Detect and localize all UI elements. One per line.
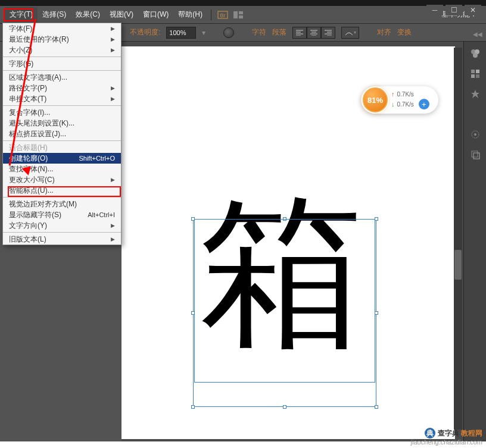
menu-optical-margin[interactable]: 视觉边距对齐方式(M): [3, 199, 121, 209]
char-panel-link[interactable]: 字符: [252, 27, 266, 37]
menu-type-orientation[interactable]: 文字方向(Y)▶: [3, 220, 121, 231]
svg-rect-20: [471, 70, 475, 73]
upload-icon: ↑: [391, 90, 395, 98]
menu-divider: [3, 232, 121, 233]
menu-change-case[interactable]: 更改大小写(C)▶: [3, 174, 121, 185]
watermark-brand: 查字典 教程网: [438, 428, 482, 438]
menu-glyphs[interactable]: 字形(G): [3, 58, 121, 69]
selection-handle[interactable]: [191, 405, 195, 409]
menu-threaded-text[interactable]: 串接文本(T)▶: [3, 93, 121, 104]
download-speed: 0.7K/s: [397, 101, 414, 108]
vertical-scrollbar[interactable]: [454, 48, 462, 430]
svg-text:Br: Br: [220, 12, 226, 18]
svg-rect-22: [471, 74, 475, 78]
menubar: 文字(T) 选择(S) 效果(C) 视图(V) 窗口(W) 帮助(H) Br 基…: [0, 6, 486, 24]
svg-point-25: [474, 133, 476, 136]
svg-rect-27: [473, 153, 479, 159]
menu-fit-headline: 适合标题(H): [3, 142, 121, 153]
menu-view[interactable]: 视图(V): [105, 7, 138, 22]
menu-area-type-options[interactable]: 区域文字选项(A)...: [3, 72, 121, 83]
close-button[interactable]: ✕: [465, 5, 481, 15]
menu-kinsoku[interactable]: 避头尾法则设置(K)...: [3, 118, 121, 129]
menu-divider: [3, 57, 121, 57]
watermark-url: jiaocheng.chazidian.com: [411, 438, 482, 446]
menu-divider: [3, 197, 121, 198]
app-window: ─ ☐ ✕ 文字(T) 选择(S) 效果(C) 视图(V) 窗口(W) 帮助(H…: [0, 0, 486, 441]
right-panel-rail: [463, 42, 486, 441]
menu-window[interactable]: 窗口(W): [138, 7, 173, 22]
net-stats: ↑0.7K/s ↓0.7K/s+: [391, 90, 429, 109]
selection-handle[interactable]: [283, 405, 286, 409]
para-panel-link[interactable]: 段落: [272, 27, 286, 37]
dropdown-arrow-icon[interactable]: ▾: [202, 29, 205, 37]
menu-recent-fonts[interactable]: 最近使用的字体(R)▶: [3, 34, 121, 45]
menu-select[interactable]: 选择(S): [38, 7, 71, 22]
layers-panel-icon[interactable]: [466, 146, 484, 163]
minimize-button[interactable]: ─: [426, 5, 443, 15]
collapse-icon[interactable]: ◀◀: [473, 31, 482, 37]
bridge-icon[interactable]: Br: [215, 8, 230, 21]
align-right-button[interactable]: [321, 27, 335, 39]
color-panel-icon[interactable]: [466, 45, 484, 62]
menu-composite-fonts[interactable]: 复合字体(I)...: [3, 107, 121, 118]
menu-smart-punctuation[interactable]: 智能标点(U)...: [3, 185, 121, 196]
menu-divider: [3, 70, 121, 71]
symbols-panel-icon[interactable]: [466, 86, 484, 102]
svg-point-19: [473, 53, 478, 58]
menu-show-hidden-chars[interactable]: 显示隐藏字符(S)Alt+Ctrl+I: [3, 209, 121, 220]
watermark: 典 查字典 教程网 jiaocheng.chazidian.com: [411, 428, 482, 446]
menu-path-type[interactable]: 路径文字(P)▶: [3, 83, 121, 93]
menu-find-font[interactable]: 查找字体(N)...: [3, 164, 121, 174]
text-menu-dropdown: 字体(F)▶ 最近使用的字体(R)▶ 大小(Z)▶ 字形(G) 区域文字选项(A…: [2, 23, 122, 245]
menu-create-outlines[interactable]: 创建轮廓(O)Shift+Ctrl+O: [3, 153, 121, 164]
menu-legacy-text[interactable]: 旧版文本(L)▶: [3, 234, 121, 245]
align-panel-link[interactable]: 对齐: [377, 27, 391, 37]
system-monitor-widget[interactable]: 81% ↑0.7K/s ↓0.7K/s+: [361, 86, 438, 114]
restore-button[interactable]: ☐: [446, 5, 462, 15]
menu-mojikumi[interactable]: 标点挤压设置(J)...: [3, 129, 121, 139]
warp-button[interactable]: ▾: [341, 27, 359, 39]
text-frame-box: [194, 219, 375, 383]
svg-rect-23: [476, 74, 479, 78]
menu-effect[interactable]: 效果(C): [71, 7, 105, 22]
style-knob[interactable]: [223, 27, 234, 38]
expand-button[interactable]: +: [419, 99, 429, 109]
selection-handle[interactable]: [375, 405, 378, 409]
menu-font[interactable]: 字体(F)▶: [3, 23, 121, 34]
menu-divider: [3, 140, 121, 141]
download-icon: ↓: [391, 101, 395, 108]
upload-speed: 0.7K/s: [397, 91, 414, 98]
separator: [211, 10, 211, 20]
menu-help[interactable]: 帮助(H): [173, 7, 207, 22]
opacity-input[interactable]: [166, 27, 196, 39]
align-group: [292, 27, 335, 39]
appearance-panel-icon[interactable]: [466, 126, 484, 143]
menu-text[interactable]: 文字(T): [5, 7, 38, 22]
window-controls: ─ ☐ ✕: [426, 5, 481, 15]
transform-panel-link[interactable]: 变换: [397, 27, 412, 37]
align-left-button[interactable]: [292, 27, 307, 39]
align-center-button[interactable]: [307, 27, 321, 39]
cpu-badge: 81%: [363, 87, 388, 112]
svg-rect-26: [472, 151, 478, 157]
swatches-panel-icon[interactable]: [466, 65, 484, 82]
watermark-logo-icon: 典: [425, 428, 435, 438]
svg-rect-21: [476, 70, 479, 73]
svg-rect-4: [239, 15, 243, 18]
svg-rect-3: [239, 11, 243, 14]
titlebar: [0, 0, 486, 6]
scrollbar-thumb[interactable]: [454, 250, 462, 280]
opacity-label: 不透明度:: [130, 27, 160, 37]
menu-size[interactable]: 大小(Z)▶: [3, 45, 121, 55]
arrange-icon[interactable]: [230, 8, 246, 21]
menu-divider: [3, 105, 121, 106]
svg-rect-2: [233, 11, 238, 18]
